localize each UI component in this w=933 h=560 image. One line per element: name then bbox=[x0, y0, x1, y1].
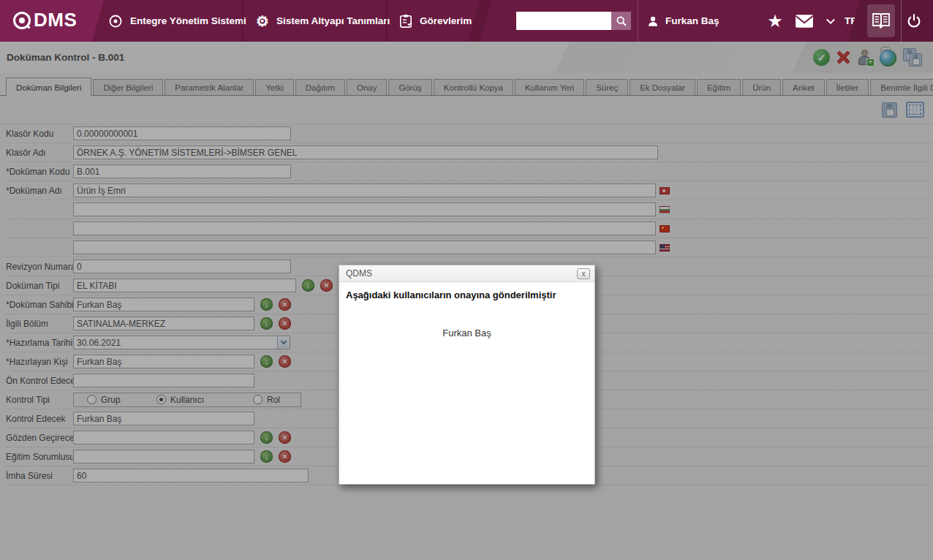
qdms-logo[interactable]: DMS bbox=[12, 9, 77, 31]
dialog-approver-name: Furkan Baş bbox=[339, 328, 594, 338]
favorites-button[interactable]: ★ bbox=[764, 0, 786, 42]
dialog-title: QDMS bbox=[346, 268, 577, 279]
user-menu[interactable]: Furkan Baş bbox=[646, 0, 719, 42]
search-input[interactable] bbox=[516, 12, 611, 30]
dialog-close-button[interactable]: x bbox=[577, 268, 590, 279]
menu-separator bbox=[386, 0, 387, 42]
menu-item-label: Sistem Altyapı Tanımları bbox=[276, 15, 390, 26]
user-icon bbox=[646, 15, 660, 28]
power-icon bbox=[906, 12, 922, 30]
dialog-titlebar: QDMS x bbox=[339, 265, 594, 282]
user-name: Furkan Baş bbox=[665, 15, 719, 26]
dialog-message: Aşağıdaki kullanıcıların onayına gönderi… bbox=[339, 282, 594, 300]
topbar-right-section bbox=[863, 0, 933, 42]
qdms-logo-icon bbox=[12, 10, 32, 31]
envelope-icon bbox=[795, 14, 814, 29]
open-book-icon bbox=[871, 12, 891, 31]
chevron-down-icon bbox=[826, 18, 836, 25]
topbar: DMS Entegre Yönetim Sistemi ⚙ Sistem Alt… bbox=[0, 0, 933, 42]
search-button[interactable] bbox=[611, 12, 631, 30]
help-manual-button[interactable] bbox=[867, 4, 895, 37]
star-icon: ★ bbox=[767, 11, 783, 31]
tasks-clipboard-icon bbox=[399, 14, 412, 29]
menu-item-entegre-yonetim-sistemi[interactable]: Entegre Yönetim Sistemi bbox=[101, 0, 254, 42]
topbar-divider bbox=[638, 0, 638, 42]
language-dropdown-button[interactable] bbox=[822, 0, 839, 42]
gear-icon: ⚙ bbox=[256, 12, 269, 30]
logo-text: DMS bbox=[34, 9, 77, 31]
qdms-dialog: QDMS x Aşağıdaki kullanıcıların onayına … bbox=[339, 265, 595, 485]
menu-item-sistem-altyapi-tanimlari[interactable]: ⚙ Sistem Altyapı Tanımları bbox=[249, 0, 397, 42]
menu-item-gorevlerim[interactable]: Görevlerim bbox=[392, 0, 479, 42]
target-icon bbox=[108, 14, 123, 29]
messages-button[interactable] bbox=[792, 0, 817, 42]
search-icon bbox=[616, 15, 627, 27]
logout-button[interactable] bbox=[901, 0, 927, 42]
menu-separator bbox=[242, 0, 243, 42]
topbar-search bbox=[516, 12, 631, 30]
qdms-app: DMS Entegre Yönetim Sistemi ⚙ Sistem Alt… bbox=[0, 0, 933, 560]
menu-item-label: Entegre Yönetim Sistemi bbox=[130, 15, 246, 26]
menu-item-label: Görevlerim bbox=[420, 15, 472, 26]
